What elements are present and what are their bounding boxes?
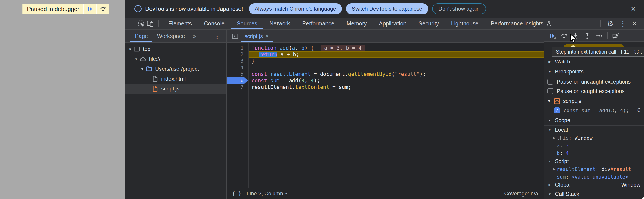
toggle-label: Pause on uncaught exceptions bbox=[557, 79, 630, 85]
device-toolbar-icon[interactable] bbox=[146, 19, 155, 28]
tab-console[interactable]: Console bbox=[198, 18, 231, 30]
tab-application[interactable]: Application bbox=[373, 18, 412, 30]
scope-variable[interactable]: ▶this: Window bbox=[544, 134, 644, 142]
scope-group-global[interactable]: ▶GlobalWindow bbox=[544, 180, 644, 189]
flask-icon bbox=[546, 21, 552, 27]
breakpoint-checkbox[interactable]: ✓ bbox=[554, 107, 560, 113]
toggle-label: Pause on caught exceptions bbox=[557, 88, 625, 94]
code-line-text[interactable]: const resultElement = document.getElemen… bbox=[248, 71, 544, 77]
tab-page[interactable]: Page bbox=[130, 30, 152, 42]
toolbar-right-icons: ⚙ ⋮ × bbox=[596, 18, 644, 30]
tab-performance-insights[interactable]: Performance insights bbox=[485, 18, 558, 30]
scope-value-segment: resultElement bbox=[557, 166, 596, 172]
file-html-icon bbox=[151, 75, 159, 82]
editor-tab-bar: script.js × bbox=[226, 30, 544, 43]
chevron-down-icon: ▼ bbox=[547, 192, 552, 196]
editor-tab-close-icon[interactable]: × bbox=[266, 33, 269, 40]
deactivate-breakpoints-button[interactable] bbox=[610, 31, 622, 41]
code-token: ( bbox=[289, 45, 292, 51]
tab-label: Lighthouse bbox=[451, 20, 478, 27]
tab-overflow-icon[interactable]: » bbox=[190, 30, 200, 42]
gutter-line-number-7[interactable]: 7 bbox=[226, 84, 248, 90]
gutter-line-number-5[interactable]: 5 bbox=[226, 71, 248, 77]
chevron-right-icon: ▶ bbox=[547, 60, 552, 64]
breakpoint-code-snippet[interactable]: const sum = add(3, 4); bbox=[564, 108, 629, 113]
devtools-infobar: i DevTools is now available in Japanese!… bbox=[124, 0, 644, 18]
chevron-down-icon[interactable]: ▼ bbox=[127, 47, 133, 51]
tree-item-top[interactable]: ▼top bbox=[124, 44, 226, 54]
tree-item-file-[interactable]: ▼file:// bbox=[124, 54, 226, 64]
step-over-overlay-button[interactable] bbox=[97, 4, 109, 14]
scope-group-local[interactable]: ▼Local bbox=[544, 126, 644, 134]
tree-item-index-html[interactable]: index.html bbox=[124, 74, 226, 84]
code-line-1: 1function add(a, b) {a = 3, b = 4 bbox=[226, 45, 544, 51]
toggle-debugger-sidebar-icon[interactable] bbox=[540, 30, 544, 42]
resume-button[interactable] bbox=[546, 31, 558, 41]
execution-line-text[interactable]: return a + b; bbox=[248, 51, 544, 58]
breakpoint-group-script-js[interactable]: ▼script.js bbox=[544, 96, 644, 106]
scope-variable[interactable]: ▶resultElement: div#result bbox=[544, 165, 644, 173]
tree-item-script-js[interactable]: script.js bbox=[124, 84, 226, 94]
scope-value-segment: div bbox=[602, 166, 610, 172]
scope-group-script[interactable]: ▼Script bbox=[544, 157, 644, 165]
chevron-down-icon[interactable]: ▼ bbox=[139, 67, 145, 71]
infobar-close-icon[interactable]: × bbox=[629, 4, 637, 14]
code-token: getElementById bbox=[348, 71, 392, 77]
gutter-line-number-3[interactable]: 3 bbox=[226, 58, 248, 64]
tab-workspace[interactable]: Workspace bbox=[152, 30, 190, 42]
navigator-sidebar: Page Workspace » ⋮ ▼top▼file://▼Users/us… bbox=[124, 30, 226, 199]
code-line-text[interactable] bbox=[248, 64, 544, 71]
checkbox[interactable] bbox=[547, 79, 553, 85]
editor-tab-scriptjs[interactable]: script.js × bbox=[240, 30, 273, 42]
tab-sources[interactable]: Sources bbox=[231, 18, 264, 30]
tab-lighthouse[interactable]: Lighthouse bbox=[445, 18, 484, 30]
code-line-text[interactable]: } bbox=[248, 58, 544, 64]
more-options-icon[interactable]: ⋮ bbox=[616, 19, 630, 28]
pretty-print-icon[interactable]: { } bbox=[232, 191, 242, 196]
code-token bbox=[276, 45, 280, 51]
scope-value-segment: 4 bbox=[566, 150, 569, 156]
switch-to-japanese-button[interactable]: Switch DevTools to Japanese bbox=[346, 3, 428, 14]
tab-label: Performance insights bbox=[491, 20, 544, 27]
chevron-down-icon[interactable]: ▼ bbox=[133, 57, 139, 61]
code-line-6: 6const sum = add(3, 4); bbox=[226, 77, 544, 84]
always-match-language-button[interactable]: Always match Chrome's language bbox=[249, 3, 342, 14]
gutter-line-number-2[interactable]: 2 bbox=[226, 51, 248, 58]
scope-value-segment: <value unavailable> bbox=[572, 174, 628, 180]
gutter-line-number-4[interactable]: 4 bbox=[226, 64, 248, 71]
step-out-button[interactable] bbox=[582, 31, 593, 41]
checkbox[interactable] bbox=[547, 88, 553, 94]
close-devtools-icon[interactable]: × bbox=[630, 19, 640, 28]
toolbar-separator bbox=[158, 20, 159, 27]
resume-script-overlay-button[interactable] bbox=[84, 4, 96, 14]
code-line-text[interactable]: const sum = add(3, 4); bbox=[248, 77, 544, 84]
tab-network[interactable]: Network bbox=[264, 18, 296, 30]
scope-tree: ▼Local▶this: Windowa: 3b: 4▼Script▶resul… bbox=[544, 126, 644, 189]
settings-gear-icon[interactable]: ⚙ bbox=[604, 19, 616, 28]
tab-performance[interactable]: Performance bbox=[296, 18, 340, 30]
code-editor[interactable]: 1function add(a, b) {a = 3, b = 42 retur… bbox=[226, 43, 544, 187]
scope-section-header[interactable]: ▼ Scope bbox=[544, 115, 644, 125]
navigator-more-icon[interactable]: ⋮ bbox=[208, 30, 226, 42]
step-button[interactable] bbox=[593, 31, 605, 41]
breakpoint-marker-line-6[interactable]: 6 bbox=[226, 77, 248, 84]
dont-show-again-button[interactable]: Don't show again bbox=[432, 3, 486, 14]
hide-navigator-icon[interactable] bbox=[230, 30, 240, 42]
code-token: b bbox=[302, 45, 304, 51]
tree-item-users-user-project[interactable]: ▼Users/user/project bbox=[124, 64, 226, 74]
call-stack-section-header[interactable]: ▼ Call Stack bbox=[544, 189, 644, 199]
code-line-text[interactable]: resultElement.textContent = sum; bbox=[248, 84, 544, 90]
code-line-text[interactable]: function add(a, b) {a = 3, b = 4 bbox=[248, 45, 544, 51]
watch-section-header[interactable]: ▶ Watch bbox=[544, 57, 644, 67]
tab-security[interactable]: Security bbox=[412, 18, 445, 30]
breakpoints-section-header[interactable]: ▼ Breakpoints bbox=[544, 67, 644, 77]
chevron-right-icon[interactable]: ▶ bbox=[552, 167, 557, 171]
tab-elements[interactable]: Elements bbox=[162, 18, 198, 30]
gutter-line-number-1[interactable]: 1 bbox=[226, 45, 248, 51]
chevron-right-icon[interactable]: ▶ bbox=[552, 136, 557, 140]
code-line-2: 2 return a + b; bbox=[226, 51, 544, 58]
tab-memory[interactable]: Memory bbox=[340, 18, 373, 30]
step-over-button[interactable] bbox=[558, 31, 570, 41]
code-token bbox=[267, 71, 270, 77]
inspect-element-icon[interactable] bbox=[137, 19, 146, 28]
